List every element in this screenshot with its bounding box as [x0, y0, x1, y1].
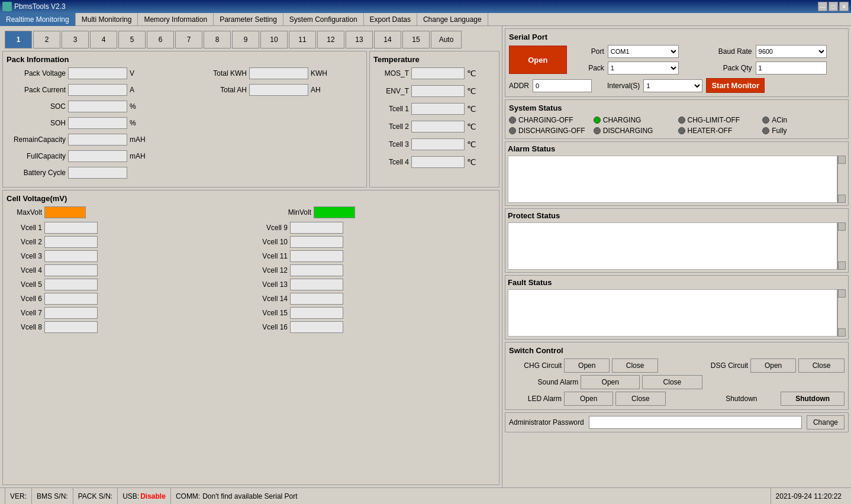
addr-input[interactable]	[533, 79, 592, 92]
envt-input[interactable]	[411, 85, 465, 97]
full-capacity-input[interactable]	[68, 150, 127, 162]
tcell4-input[interactable]	[411, 156, 465, 168]
close-button[interactable]: ✕	[839, 2, 849, 11]
dsg-circuit-close-button[interactable]: Close	[798, 358, 844, 373]
vcell1-input[interactable]	[44, 222, 98, 234]
charging-label: CHARGING	[603, 116, 642, 124]
pack-tab-3[interactable]: 3	[62, 31, 89, 49]
total-ah-input[interactable]	[249, 84, 308, 96]
vcell14-input[interactable]	[290, 293, 343, 305]
pack-tab-6[interactable]: 6	[147, 31, 174, 49]
alarm-scrollbar[interactable]	[837, 156, 846, 203]
pack-select[interactable]: 1	[608, 62, 679, 75]
left-panel: 1 2 3 4 5 6 7 8 9 10 11 12 13 14 15 Auto…	[0, 26, 502, 487]
sound-alarm-open-button[interactable]: Open	[581, 375, 640, 389]
pack-tab-11[interactable]: 11	[289, 31, 316, 49]
pack-current-input[interactable]	[68, 84, 127, 96]
baud-rate-select[interactable]: 9600	[756, 45, 827, 58]
acin-label: ACin	[772, 116, 787, 124]
protect-scrollbar[interactable]	[837, 222, 846, 270]
discharging-off-label: DISCHARGING-OFF	[518, 127, 585, 135]
soc-input[interactable]	[68, 101, 127, 112]
pack-tab-auto[interactable]: Auto	[431, 31, 462, 49]
pack-voltage-input[interactable]	[68, 67, 127, 79]
start-monitor-button[interactable]: Start Monitor	[706, 78, 765, 93]
vcell5-input[interactable]	[44, 279, 98, 290]
sound-alarm-close-button[interactable]: Close	[642, 375, 702, 389]
minimize-button[interactable]: —	[818, 2, 827, 11]
pack-tab-2[interactable]: 2	[33, 31, 60, 49]
tab-system-configuration[interactable]: System Configuration	[283, 13, 364, 26]
chg-circuit-open-button[interactable]: Open	[564, 358, 610, 373]
vcell7-input[interactable]	[44, 307, 98, 319]
tab-parameter-setting[interactable]: Parameter Setting	[214, 13, 283, 26]
charging-off-label: CHARGING-OFF	[518, 116, 573, 124]
vcell8-input[interactable]	[44, 321, 98, 333]
discharging-label: DISCHARGING	[603, 127, 653, 135]
vcell3-input[interactable]	[44, 250, 98, 262]
pack-tab-1[interactable]: 1	[5, 31, 32, 49]
vcell9-input[interactable]	[290, 222, 343, 234]
led-alarm-close-button[interactable]: Close	[615, 392, 665, 406]
led-alarm-open-button[interactable]: Open	[564, 392, 613, 406]
protect-status-title: Protect Status	[508, 211, 846, 220]
status-charging: CHARGING	[594, 116, 676, 124]
admin-password-input[interactable]	[589, 416, 802, 429]
tcell3-input[interactable]	[411, 138, 465, 150]
soh-input[interactable]	[68, 117, 127, 129]
tab-export-datas[interactable]: Export Datas	[364, 13, 417, 26]
total-kwh-input[interactable]	[249, 67, 308, 79]
tab-realtime-monitoring[interactable]: Realtime Monitoring	[0, 13, 76, 26]
tcell1-input[interactable]	[411, 103, 465, 115]
vcell2-input[interactable]	[44, 236, 98, 248]
pack-tab-4[interactable]: 4	[90, 31, 117, 49]
pack-tab-12[interactable]: 12	[317, 31, 344, 49]
vcell11-input[interactable]	[290, 250, 343, 262]
sound-alarm-label: Sound Alarm	[509, 378, 578, 386]
cell-voltage-title: Cell Voltage(mV)	[7, 194, 495, 203]
pack-qty-label: Pack Qty	[700, 64, 752, 72]
pack-tab-10[interactable]: 10	[260, 31, 288, 49]
pack-sn-item: PACK S/N:	[73, 488, 118, 504]
pack-qty-input[interactable]	[756, 62, 827, 75]
vcell12-input[interactable]	[290, 264, 343, 276]
tcell2-input[interactable]	[411, 121, 465, 133]
battery-cycle-input[interactable]	[68, 167, 127, 179]
shutdown-button[interactable]: Shutdown	[781, 392, 844, 406]
vcell4-input[interactable]	[44, 264, 98, 276]
pack-tab-5[interactable]: 5	[118, 31, 146, 49]
pack-tab-13[interactable]: 13	[346, 31, 373, 49]
pack-tab-7[interactable]: 7	[175, 31, 202, 49]
vcell16-input[interactable]	[290, 321, 343, 333]
dsg-circuit-label: DSG Circuit	[696, 361, 749, 370]
chg-circuit-close-button[interactable]: Close	[612, 358, 658, 373]
port-select[interactable]: COM1	[608, 45, 679, 58]
pack-sn-label: PACK S/N:	[78, 492, 112, 500]
tab-change-language[interactable]: Change Language	[417, 13, 488, 26]
pack-tab-8[interactable]: 8	[204, 31, 231, 49]
interval-select[interactable]: 1	[643, 79, 702, 92]
cell-voltage-section: Cell Voltage(mV) MaxVolt MinVolt Vcell 1…	[2, 190, 499, 485]
remain-capacity-input[interactable]	[68, 134, 127, 146]
tcell2-label: Tcell 2	[373, 122, 409, 131]
alarm-status-title: Alarm Status	[508, 144, 846, 153]
pack-tab-9[interactable]: 9	[232, 31, 259, 49]
admin-password-label: Administrator Password	[509, 418, 584, 427]
right-panel: Serial Port Port COM1 Baud Rate 9600 Ope…	[502, 26, 851, 487]
change-password-button[interactable]: Change	[807, 415, 844, 429]
pack-label: Pack	[570, 64, 604, 72]
maximize-button[interactable]: □	[829, 2, 838, 11]
dsg-circuit-open-button[interactable]: Open	[750, 358, 796, 373]
comm-value: Don't find available Serial Port	[202, 492, 297, 500]
vcell10-input[interactable]	[290, 236, 343, 248]
pack-tab-15[interactable]: 15	[402, 31, 430, 49]
vcell13-input[interactable]	[290, 279, 343, 290]
most-input[interactable]	[411, 67, 465, 79]
vcell6-input[interactable]	[44, 293, 98, 305]
tab-multi-monitoring[interactable]: Multi Monitoring	[76, 13, 138, 26]
fault-scrollbar[interactable]	[837, 289, 846, 337]
pack-tab-14[interactable]: 14	[374, 31, 401, 49]
open-button[interactable]: Open	[509, 46, 567, 74]
tab-memory-information[interactable]: Memory Information	[138, 13, 214, 26]
vcell15-input[interactable]	[290, 307, 343, 319]
